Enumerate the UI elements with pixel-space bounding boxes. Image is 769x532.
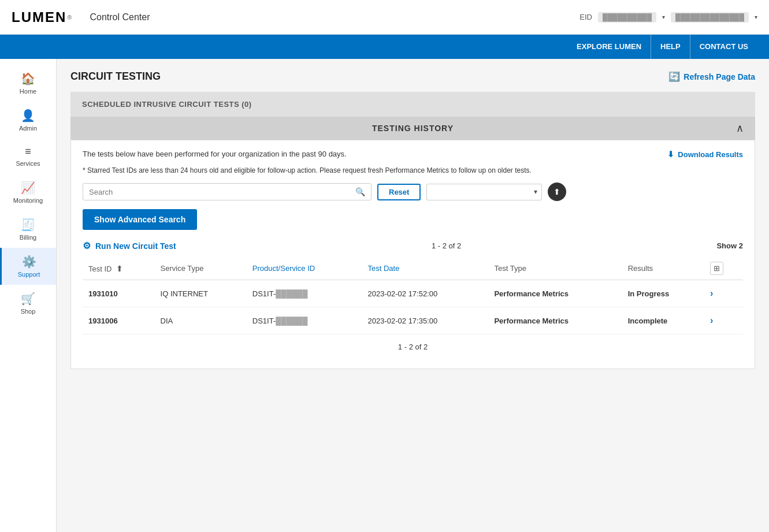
sidebar-label-monitoring: Monitoring	[13, 197, 43, 204]
testing-history-title: TESTING HISTORY	[372, 124, 454, 133]
page-title-row: CIRCUIT TESTING 🔄 Refresh Page Data	[70, 70, 755, 83]
sidebar-label-shop: Shop	[21, 308, 36, 315]
support-icon: ⚙️	[22, 255, 36, 269]
billing-icon: 🧾	[21, 218, 35, 232]
show-count: Show 2	[716, 241, 743, 250]
sidebar-item-billing[interactable]: 🧾 Billing	[0, 211, 56, 248]
cell-product-id-2: DS1IT-██████	[247, 307, 362, 334]
cell-chevron-2[interactable]: ›	[704, 307, 743, 334]
top-header: LUMEN ® Control Center EID ██████████ ▾ …	[0, 0, 769, 35]
main-layout: 🏠 Home 👤 Admin ≡ Services 📈 Monitoring 🧾…	[0, 59, 769, 532]
search-box[interactable]: 🔍	[83, 183, 372, 200]
sidebar-label-support: Support	[18, 271, 40, 278]
sidebar-label-services: Services	[16, 160, 40, 167]
content-area: CIRCUIT TESTING 🔄 Refresh Page Data SCHE…	[57, 59, 769, 532]
cell-test-id-2: 1931006	[83, 307, 155, 334]
chevron-right-icon[interactable]: ›	[710, 288, 713, 298]
sidebar: 🏠 Home 👤 Admin ≡ Services 📈 Monitoring 🧾…	[0, 59, 57, 532]
sidebar-label-admin: Admin	[19, 125, 37, 132]
col-test-date: Test Date	[362, 257, 489, 280]
cell-service-type-1: IQ INTERNET	[155, 280, 247, 307]
sidebar-item-home[interactable]: 🏠 Home	[0, 65, 56, 102]
refresh-page-data-button[interactable]: 🔄 Refresh Page Data	[668, 71, 755, 82]
sort-icon-test-id[interactable]: ⬆	[116, 264, 123, 273]
cell-test-type-2: Performance Metrics	[488, 307, 622, 334]
run-test-label: Run New Circuit Test	[95, 241, 176, 251]
filter-dropdown[interactable]	[426, 184, 542, 200]
page-title: CIRCUIT TESTING	[70, 70, 161, 83]
col-product-id: Product/Service ID	[247, 257, 362, 280]
search-row: 🔍 Reset ▾ ⬆	[83, 183, 743, 201]
info-text: The tests below have been performed for …	[83, 150, 347, 158]
download-row: The tests below have been performed for …	[83, 150, 743, 164]
cell-test-type-1: Performance Metrics	[488, 280, 622, 307]
logo: LUMEN ®	[12, 9, 72, 25]
sidebar-item-shop[interactable]: 🛒 Shop	[0, 285, 56, 322]
cell-results-1: In Progress	[622, 280, 704, 307]
cell-test-date-2: 2023-02-02 17:35:00	[362, 307, 489, 334]
cell-service-type-2: DIA	[155, 307, 247, 334]
chevron-right-icon-2[interactable]: ›	[710, 315, 713, 325]
sidebar-item-support[interactable]: ⚙️ Support	[0, 248, 56, 285]
table-row: 1931010 IQ INTERNET DS1IT-██████ 2023-02…	[83, 280, 743, 307]
col-test-id: Test ID ⬆	[83, 257, 155, 280]
col-settings: ⊞	[704, 257, 743, 280]
results-table: Test ID ⬆ Service Type Product/Service I…	[83, 257, 743, 334]
account-value: ██████████████	[671, 12, 749, 23]
cell-test-date-1: 2023-02-02 17:52:00	[362, 280, 489, 307]
download-label: Download Results	[678, 150, 743, 159]
logo-text: LUMEN	[12, 9, 66, 25]
sidebar-item-monitoring[interactable]: 📈 Monitoring	[0, 174, 56, 211]
filter-dropdown-wrapper: ▾	[426, 184, 542, 200]
header-right: EID ██████████ ▾ ██████████████ ▾	[579, 12, 757, 23]
bottom-pagination: 1 - 2 of 2	[83, 334, 743, 359]
pagination-text: 1 - 2 of 2	[432, 241, 461, 250]
services-icon: ≡	[25, 146, 31, 158]
download-icon: ⬇	[667, 150, 674, 159]
eid-value: ██████████	[598, 12, 656, 23]
col-test-type: Test Type	[488, 257, 622, 280]
cell-results-2: Incomplete	[622, 307, 704, 334]
nav-contact-us[interactable]: CONTACT US	[690, 35, 757, 59]
logo-trademark: ®	[67, 14, 72, 21]
sidebar-item-services[interactable]: ≡ Services	[0, 139, 56, 174]
collapse-icon: ∧	[736, 122, 744, 135]
search-icon: 🔍	[355, 187, 365, 196]
admin-icon: 👤	[21, 109, 35, 122]
sidebar-item-admin[interactable]: 👤 Admin	[0, 102, 56, 139]
refresh-icon: 🔄	[668, 71, 680, 82]
scheduled-section: SCHEDULED INTRUSIVE CIRCUIT TESTS (0)	[70, 92, 755, 117]
account-dropdown-arrow[interactable]: ▾	[755, 14, 757, 20]
sidebar-label-home: Home	[20, 88, 36, 95]
white-panel: The tests below have been performed for …	[70, 140, 755, 369]
refresh-label: Refresh Page Data	[683, 72, 755, 81]
table-row: 1931006 DIA DS1IT-██████ 2023-02-02 17:3…	[83, 307, 743, 334]
table-header-row: Test ID ⬆ Service Type Product/Service I…	[83, 257, 743, 280]
cell-product-id-1: DS1IT-██████	[247, 280, 362, 307]
col-service-type: Service Type	[155, 257, 247, 280]
search-input[interactable]	[89, 188, 355, 196]
reset-button[interactable]: Reset	[377, 184, 421, 200]
home-icon: 🏠	[21, 72, 35, 85]
nav-help[interactable]: HELP	[651, 35, 690, 59]
eid-dropdown-arrow[interactable]: ▾	[662, 14, 665, 20]
app-title: Control Center	[90, 12, 150, 23]
cell-chevron-1[interactable]: ›	[704, 280, 743, 307]
shop-icon: 🛒	[21, 292, 35, 306]
column-settings-button[interactable]: ⊞	[710, 262, 723, 275]
sort-upload-button[interactable]: ⬆	[548, 183, 566, 201]
monitoring-icon: 📈	[21, 181, 35, 195]
starred-note: * Starred Test IDs are less than 24 hour…	[83, 166, 743, 174]
gear-icon: ⚙	[83, 240, 91, 251]
scheduled-title: SCHEDULED INTRUSIVE CIRCUIT TESTS (0)	[82, 100, 252, 109]
blue-nav-bar: EXPLORE LUMEN HELP CONTACT US	[0, 35, 769, 59]
col-results: Results	[622, 257, 704, 280]
testing-history-header[interactable]: TESTING HISTORY ∧	[70, 117, 755, 140]
download-results-button[interactable]: ⬇ Download Results	[667, 150, 743, 159]
sidebar-label-billing: Billing	[20, 234, 36, 241]
eid-label: EID	[579, 13, 592, 21]
run-new-circuit-test-link[interactable]: ⚙ Run New Circuit Test	[83, 240, 176, 251]
run-test-row: ⚙ Run New Circuit Test 1 - 2 of 2 Show 2	[83, 240, 743, 251]
nav-explore-lumen[interactable]: EXPLORE LUMEN	[567, 35, 651, 59]
show-advanced-search-button[interactable]: Show Advanced Search	[83, 209, 197, 230]
